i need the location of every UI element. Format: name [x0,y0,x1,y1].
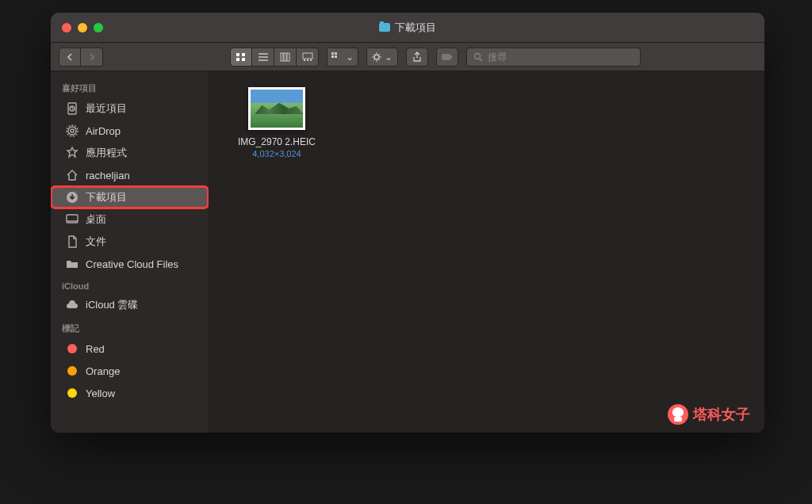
home-icon [65,168,79,182]
sidebar: 喜好項目最近項目AirDrop應用程式racheljian下載項目桌面文件Cre… [51,71,209,433]
sidebar-item-red[interactable]: Red [51,338,209,360]
svg-point-18 [374,55,379,59]
airdrop-icon [65,124,79,138]
tags-button[interactable] [436,48,458,67]
svg-line-20 [480,59,482,61]
close-button[interactable] [62,23,71,32]
svg-rect-1 [242,53,245,56]
file-thumbnail [248,87,305,130]
svg-rect-13 [310,59,312,61]
svg-point-19 [475,53,481,59]
search-input[interactable] [488,52,634,63]
watermark: 塔科女子 [668,404,750,425]
back-button[interactable] [59,48,81,67]
svg-rect-0 [236,53,239,56]
icon-view-button[interactable] [230,48,252,67]
svg-rect-7 [281,53,283,61]
sidebar-section-title: 標記 [51,316,209,338]
window-body: 喜好項目最近項目AirDrop應用程式racheljian下載項目桌面文件Cre… [51,71,764,433]
svg-rect-17 [335,55,337,58]
toolbar: ⌄ ⌄ [51,43,764,71]
sidebar-item-應用程式[interactable]: 應用程式 [51,142,209,164]
sidebar-item-label: AirDrop [86,125,121,137]
svg-rect-11 [304,59,305,61]
arrange-button[interactable]: ⌄ [327,48,358,67]
finder-window: 下載項目 [51,13,764,433]
svg-rect-9 [287,53,289,61]
sidebar-item-label: 文件 [86,235,106,249]
sidebar-item-最近項目[interactable]: 最近項目 [51,97,209,120]
watermark-text: 塔科女子 [693,405,750,424]
apps-icon [65,146,79,160]
svg-rect-10 [303,53,312,59]
svg-rect-12 [307,59,308,61]
search-box[interactable] [466,48,641,67]
traffic-lights [51,23,103,32]
sidebar-item-yellow[interactable]: Yellow [51,382,209,404]
documents-icon [65,235,79,249]
list-view-button[interactable] [252,48,274,67]
column-view-button[interactable] [274,48,297,67]
sidebar-item-airdrop[interactable]: AirDrop [51,120,209,142]
svg-point-24 [68,127,76,135]
forward-button[interactable] [81,48,103,67]
sidebar-item-label: Orange [86,365,120,377]
fullscreen-button[interactable] [94,23,103,32]
window-title-text: 下載項目 [395,21,436,35]
folder-icon [65,257,79,271]
action-button[interactable]: ⌄ [366,48,398,67]
sidebar-item-orange[interactable]: Orange [51,360,209,382]
search-icon [473,52,483,62]
tag [65,386,79,400]
watermark-icon [668,404,688,425]
sidebar-item-label: Red [86,343,105,355]
minimize-button[interactable] [78,23,87,32]
svg-rect-16 [331,55,334,58]
svg-rect-8 [284,53,286,61]
sidebar-item-racheljian[interactable]: racheljian [51,164,209,186]
sidebar-item-label: Creative Cloud Files [86,258,178,270]
downloads-icon [65,190,79,204]
sidebar-item-label: 應用程式 [86,146,127,160]
sidebar-item-label: 最近項目 [86,101,127,116]
sidebar-item-creative-cloud-files[interactable]: Creative Cloud Files [51,253,209,275]
sidebar-item-icloud-雲碟[interactable]: iCloud 雲碟 [51,294,209,316]
sidebar-item-label: iCloud 雲碟 [86,298,138,312]
desktop-icon [65,212,79,227]
sidebar-item-label: racheljian [86,170,130,181]
svg-point-23 [71,129,74,132]
sidebar-section-title: 喜好項目 [51,76,209,97]
sidebar-item-label: 桌面 [86,212,106,227]
svg-rect-3 [242,58,245,61]
file-name: IMG_2970 2.HEIC [225,136,328,147]
svg-rect-14 [331,52,334,55]
nav-buttons [59,48,103,67]
sidebar-item-文件[interactable]: 文件 [51,231,209,253]
tag [65,364,79,378]
svg-rect-2 [236,58,239,61]
content-area[interactable]: IMG_2970 2.HEIC 4,032×3,024 塔科女子 [209,71,764,433]
svg-rect-15 [335,52,337,55]
share-button[interactable] [406,48,428,67]
cloud-icon [65,298,79,312]
titlebar: 下載項目 [51,13,764,43]
view-mode-group [230,48,319,67]
gallery-view-button[interactable] [297,48,319,67]
action-group: ⌄ [366,48,398,67]
file-item[interactable]: IMG_2970 2.HEIC 4,032×3,024 [225,87,328,158]
clock-doc-icon [65,101,79,116]
window-title: 下載項目 [379,21,436,35]
sidebar-item-label: Yellow [86,388,115,399]
sidebar-section-title: iCloud [51,275,209,294]
sidebar-item-下載項目[interactable]: 下載項目 [51,186,209,208]
tag [65,342,79,356]
sidebar-item-桌面[interactable]: 桌面 [51,208,209,231]
folder-icon [379,23,390,32]
sidebar-item-label: 下載項目 [86,190,127,204]
file-dimensions: 4,032×3,024 [225,149,328,158]
arrange-group: ⌄ [327,48,358,67]
